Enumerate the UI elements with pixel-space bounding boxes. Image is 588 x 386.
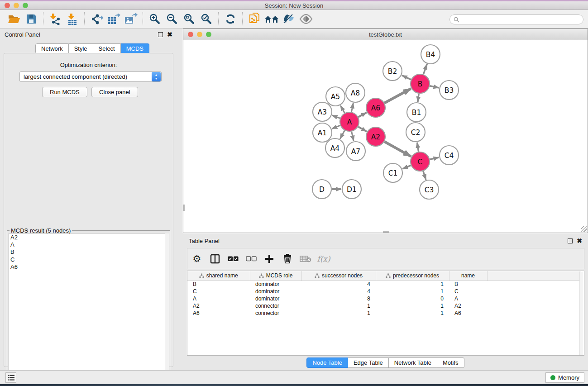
cell-name[interactable]: C xyxy=(449,288,487,295)
tab-network-table[interactable]: Network Table xyxy=(389,357,437,368)
cell-name[interactable]: A xyxy=(449,295,487,302)
mcds-result-list[interactable]: A2ABCA6 xyxy=(8,234,169,383)
table-scrollbar[interactable] xyxy=(579,272,583,355)
cell-mcds-role[interactable]: dominator xyxy=(250,288,301,295)
table-header-row[interactable]: shared nameMCDS rolesuccessor nodesprede… xyxy=(187,271,581,281)
cell-name[interactable]: A6 xyxy=(449,310,487,317)
network-canvas[interactable]: AA1A2A3A4A5A6A7A8BB1B2B3B4CC1C2C3C4DD1 xyxy=(183,40,588,233)
graph-node-B1[interactable]: B1 xyxy=(407,103,426,122)
graph-node-A2[interactable]: A2 xyxy=(366,127,385,146)
graph-edge-B-B4[interactable] xyxy=(423,64,427,75)
close-panel-button[interactable]: Close panel xyxy=(91,87,138,97)
cell-successor-nodes[interactable]: 4 xyxy=(301,281,376,288)
graph-edge-A2-C[interactable] xyxy=(384,142,411,157)
cell-shared-name[interactable]: A xyxy=(187,295,250,302)
network-horizontal-scrollbar[interactable] xyxy=(383,231,389,233)
graph-node-A[interactable]: A xyxy=(340,112,359,131)
result-item[interactable]: C xyxy=(9,256,168,263)
graph-edge-A-A7[interactable] xyxy=(352,132,354,141)
graph-edge-C-C3[interactable] xyxy=(423,171,426,180)
export-image-icon[interactable] xyxy=(122,11,139,27)
cell-successor-nodes[interactable]: 4 xyxy=(301,288,376,295)
new-session-icon[interactable] xyxy=(246,11,263,27)
export-network-icon[interactable] xyxy=(88,11,105,27)
zoom-in-icon[interactable] xyxy=(146,11,163,27)
cell-predecessor-nodes[interactable]: 1 xyxy=(376,310,449,317)
result-item[interactable]: B xyxy=(9,248,168,256)
graph-node-C2[interactable]: C2 xyxy=(406,123,425,142)
network-window-titlebar[interactable]: testGlobe.txt xyxy=(183,29,588,40)
tab-select[interactable]: Select xyxy=(93,43,121,54)
cell-successor-nodes[interactable]: 1 xyxy=(301,302,376,310)
graph-node-A7[interactable]: A7 xyxy=(346,142,365,161)
cell-mcds-role[interactable]: dominator xyxy=(250,281,301,288)
graph-edge-A-A4[interactable] xyxy=(340,130,344,139)
cell-successor-nodes[interactable]: 8 xyxy=(301,295,376,302)
close-panel-icon[interactable]: ✖ xyxy=(167,32,172,37)
graph-node-C[interactable]: C xyxy=(411,152,430,171)
graph-edge-C-C4[interactable] xyxy=(430,157,439,159)
zoom-selected-icon[interactable] xyxy=(198,11,215,27)
cell-predecessor-nodes[interactable]: 1 xyxy=(376,302,449,310)
cell-name[interactable]: A2 xyxy=(449,302,487,310)
cell-shared-name[interactable]: B xyxy=(187,281,250,288)
home-icon[interactable] xyxy=(263,11,280,27)
task-history-button[interactable] xyxy=(5,372,16,383)
result-item[interactable]: A xyxy=(9,241,168,248)
graph-edge-A-A3[interactable] xyxy=(332,115,340,119)
zoom-out-icon[interactable] xyxy=(163,11,181,27)
column-header-successor-nodes[interactable]: successor nodes xyxy=(301,271,376,281)
graph-edge-C-C2[interactable] xyxy=(417,143,418,152)
table-row[interactable]: Bdominator41B xyxy=(187,281,581,288)
graph-node-A5[interactable]: A5 xyxy=(326,87,345,106)
graph-edge-A-A5[interactable] xyxy=(340,105,344,113)
graph-node-B2[interactable]: B2 xyxy=(383,62,402,81)
graph-edge-A-A6[interactable] xyxy=(358,113,366,117)
graph-edge-B-B2[interactable] xyxy=(402,76,411,80)
graph-node-B3[interactable]: B3 xyxy=(440,81,459,100)
add-column-icon[interactable] xyxy=(263,253,275,265)
tab-node-table[interactable]: Node Table xyxy=(306,357,348,368)
style-preview-icon[interactable] xyxy=(280,11,297,27)
graph-node-A6[interactable]: A6 xyxy=(366,98,385,117)
result-list-scrollbar[interactable] xyxy=(165,234,169,383)
open-session-icon[interactable] xyxy=(5,11,23,27)
tab-edge-table[interactable]: Edge Table xyxy=(348,357,389,368)
save-session-icon[interactable] xyxy=(23,11,40,27)
export-table-icon[interactable] xyxy=(105,11,122,27)
table-row[interactable]: Cdominator41C xyxy=(187,288,581,295)
window-titlebar[interactable]: Session: New Session xyxy=(0,1,588,10)
cell-predecessor-nodes[interactable]: 0 xyxy=(376,295,449,302)
float-panel-icon[interactable] xyxy=(158,32,163,37)
close-table-panel-icon[interactable]: ✖ xyxy=(577,238,582,243)
graph-node-A1[interactable]: A1 xyxy=(313,123,332,142)
show-hide-icon[interactable] xyxy=(297,11,315,27)
graph-edge-A6-B[interactable] xyxy=(384,89,411,103)
graph-node-A3[interactable]: A3 xyxy=(313,102,332,121)
criterion-dropdown[interactable]: largest connected component (directed) ▲… xyxy=(19,71,162,82)
graph-node-D1[interactable]: D1 xyxy=(342,180,361,199)
graph-edge-C-C1[interactable] xyxy=(402,165,411,169)
table-row[interactable]: Adominator80A xyxy=(187,295,581,302)
graph-node-C1[interactable]: C1 xyxy=(383,163,402,182)
graph-edge-A-A2[interactable] xyxy=(358,127,367,132)
zoom-fit-icon[interactable] xyxy=(181,11,198,27)
run-mcds-button[interactable]: Run MCDS xyxy=(42,87,87,97)
import-network-icon[interactable] xyxy=(47,11,64,27)
graph-node-D[interactable]: D xyxy=(312,180,331,199)
cell-predecessor-nodes[interactable]: 1 xyxy=(376,281,449,288)
cell-predecessor-nodes[interactable]: 1 xyxy=(376,288,449,295)
import-table-icon[interactable] xyxy=(64,11,81,27)
graph-edge-A-A8[interactable] xyxy=(351,103,353,112)
table-row[interactable]: A6connector11A6 xyxy=(187,310,581,317)
cell-shared-name[interactable]: C xyxy=(187,288,250,295)
column-header-MCDS-role[interactable]: MCDS role xyxy=(250,271,301,281)
tab-mcds[interactable]: MCDS xyxy=(121,43,149,54)
delete-column-icon[interactable] xyxy=(282,253,293,265)
result-item[interactable]: A6 xyxy=(9,263,168,271)
column-header-name[interactable]: name xyxy=(449,271,487,281)
select-all-columns-icon[interactable] xyxy=(227,253,239,265)
tab-style[interactable]: Style xyxy=(69,43,93,54)
column-header-predecessor-nodes[interactable]: predecessor nodes xyxy=(376,271,449,281)
cell-mcds-role[interactable]: dominator xyxy=(250,295,301,302)
